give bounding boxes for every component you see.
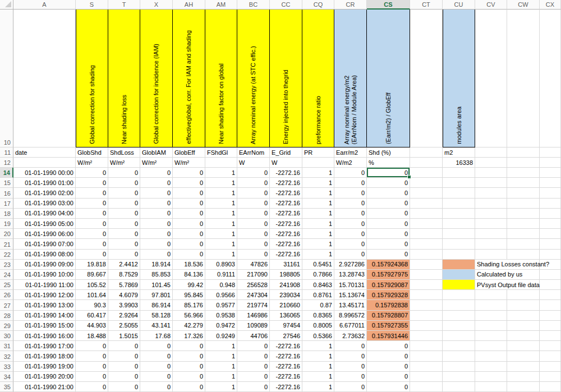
cell-CX19[interactable] <box>540 219 561 229</box>
cell-CU16[interactable] <box>443 188 475 198</box>
cell-BC21[interactable]: 0 <box>237 239 270 249</box>
cell-X10[interactable]: Global correction for incidence (IAM) <box>140 10 173 147</box>
cell-BC23[interactable]: 47826 <box>237 260 270 270</box>
cell-CW18[interactable] <box>507 209 540 219</box>
cell-A12[interactable] <box>13 158 76 168</box>
cell-CX14[interactable] <box>540 168 561 178</box>
cell-T24[interactable]: 8.7529 <box>108 270 140 280</box>
legend-swatch-light_blue[interactable] <box>443 270 475 280</box>
cell-S33[interactable]: 0 <box>76 362 108 372</box>
cell-BC35[interactable]: 0 <box>237 382 270 392</box>
cell-AH25[interactable]: 99.42 <box>173 280 205 290</box>
cell-CR14[interactable]: 0 <box>334 168 367 178</box>
column-header-BC[interactable]: BC <box>237 0 270 10</box>
cell-CS29[interactable]: 0.157927355 <box>367 321 410 331</box>
cell-CR12[interactable]: W/m2 <box>334 158 367 168</box>
cell-CT11[interactable] <box>410 147 443 158</box>
cell-CR11[interactable]: Earr/m2 <box>334 147 367 158</box>
cell-CX26[interactable] <box>540 290 561 300</box>
cell-BC29[interactable]: 109089 <box>237 321 270 331</box>
cell-CS14[interactable]: 0 <box>367 168 410 178</box>
cell-CU35[interactable] <box>443 382 475 392</box>
cell-S14[interactable]: 0 <box>76 168 108 178</box>
cell-CS19[interactable]: 0 <box>367 219 410 229</box>
cell-A32[interactable]: 01-01-1990 18:00 <box>13 351 76 361</box>
cell-AH30[interactable]: 17.326 <box>173 331 205 341</box>
cell-BC33[interactable]: 0 <box>237 362 270 372</box>
cell-X22[interactable]: 0 <box>140 250 173 260</box>
row-header-20[interactable]: 20 <box>0 229 13 239</box>
cell-CV30[interactable] <box>475 331 507 341</box>
row-header-15[interactable]: 15 <box>0 178 13 188</box>
cell-X35[interactable]: 0 <box>140 382 173 392</box>
cell-CW29[interactable] <box>507 321 540 331</box>
cell-CX16[interactable] <box>540 188 561 198</box>
cell-T26[interactable]: 4.6079 <box>108 290 140 300</box>
cell-CS17[interactable]: 0 <box>367 199 410 209</box>
cell-X24[interactable]: 85.853 <box>140 270 173 280</box>
cell-CX29[interactable] <box>540 321 561 331</box>
cell-T15[interactable]: 0 <box>108 178 140 188</box>
cell-S12[interactable]: W/m² <box>76 158 108 168</box>
cell-CX18[interactable] <box>540 209 561 219</box>
cell-CS20[interactable]: 0 <box>367 229 410 239</box>
cell-CC33[interactable]: -2272.16 <box>270 362 302 372</box>
cell-CW28[interactable] <box>507 311 540 321</box>
cell-CC22[interactable]: -2272.16 <box>270 250 302 260</box>
cell-CU12[interactable]: 16338 <box>443 158 475 168</box>
cell-AM26[interactable]: 0.9566 <box>205 290 237 300</box>
cell-CW19[interactable] <box>507 219 540 229</box>
cell-CQ11[interactable]: PR <box>302 147 334 158</box>
cell-CV16[interactable] <box>475 188 507 198</box>
cell-CT24[interactable] <box>410 270 443 280</box>
cell-CU27[interactable] <box>443 300 475 310</box>
cell-CT31[interactable] <box>410 341 443 351</box>
column-header-X[interactable]: X <box>140 0 173 10</box>
cell-AM12[interactable] <box>205 158 237 168</box>
cell-S19[interactable]: 0 <box>76 219 108 229</box>
cell-CU21[interactable] <box>443 239 475 249</box>
cell-CS31[interactable]: 0 <box>367 341 410 351</box>
cell-CS24[interactable]: 0.157927975 <box>367 270 410 280</box>
cell-AM21[interactable]: 1 <box>205 239 237 249</box>
legend-label-light_blue[interactable]: Calculated by us <box>475 270 540 280</box>
cell-T19[interactable]: 0 <box>108 219 140 229</box>
cell-S31[interactable]: 0 <box>76 341 108 351</box>
cell-T28[interactable]: 2.9264 <box>108 311 140 321</box>
cell-AM22[interactable]: 1 <box>205 250 237 260</box>
cell-CX35[interactable] <box>540 382 561 392</box>
row-header-33[interactable]: 33 <box>0 362 13 372</box>
cell-AH35[interactable]: 0 <box>173 382 205 392</box>
cell-CS12[interactable]: % <box>367 158 410 168</box>
cell-T21[interactable]: 0 <box>108 239 140 249</box>
cell-CV26[interactable] <box>475 290 507 300</box>
cell-A17[interactable]: 01-01-1990 03:00 <box>13 199 76 209</box>
cell-CC15[interactable]: -2272.16 <box>270 178 302 188</box>
cell-CU20[interactable] <box>443 229 475 239</box>
cell-CR28[interactable]: 8.996572 <box>334 311 367 321</box>
cell-BC24[interactable]: 217090 <box>237 270 270 280</box>
cell-BC19[interactable]: 0 <box>237 219 270 229</box>
row-header-24[interactable]: 24 <box>0 270 13 280</box>
cell-CQ31[interactable]: 1 <box>302 341 334 351</box>
cell-CW20[interactable] <box>507 229 540 239</box>
cell-AH15[interactable]: 0 <box>173 178 205 188</box>
cell-CW32[interactable] <box>507 351 540 361</box>
cell-AH10[interactable]: effectiveglobal, corr. For IAM and shadi… <box>173 10 205 147</box>
cell-CR26[interactable]: 15.13674 <box>334 290 367 300</box>
cell-T18[interactable]: 0 <box>108 209 140 219</box>
cell-BC31[interactable]: 0 <box>237 341 270 351</box>
cell-CV21[interactable] <box>475 239 507 249</box>
row-header-23[interactable]: 23 <box>0 260 13 270</box>
cell-CS26[interactable]: 0.157929328 <box>367 290 410 300</box>
cell-CV22[interactable] <box>475 250 507 260</box>
cell-CC29[interactable]: 97454 <box>270 321 302 331</box>
cell-AM28[interactable]: 0.9538 <box>205 311 237 321</box>
cell-CS22[interactable]: 0 <box>367 250 410 260</box>
cell-A15[interactable]: 01-01-1990 01:00 <box>13 178 76 188</box>
cell-CT35[interactable] <box>410 382 443 392</box>
cell-CU31[interactable] <box>443 341 475 351</box>
cell-T14[interactable]: 0 <box>108 168 140 178</box>
cell-CR17[interactable]: 0 <box>334 199 367 209</box>
cell-CC32[interactable]: -2272.16 <box>270 351 302 361</box>
